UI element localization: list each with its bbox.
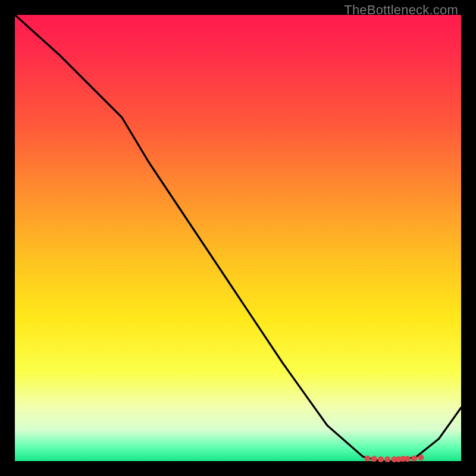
marker-dot xyxy=(378,456,384,462)
marker-dot xyxy=(411,456,417,462)
marker-dot xyxy=(365,456,371,462)
marker-dot xyxy=(371,456,377,462)
marker-dot xyxy=(384,456,390,462)
chart-svg xyxy=(15,15,461,461)
series-curve xyxy=(15,15,461,461)
marker-cluster xyxy=(365,455,424,462)
marker-dot xyxy=(418,455,424,461)
marker-dot xyxy=(405,456,411,462)
